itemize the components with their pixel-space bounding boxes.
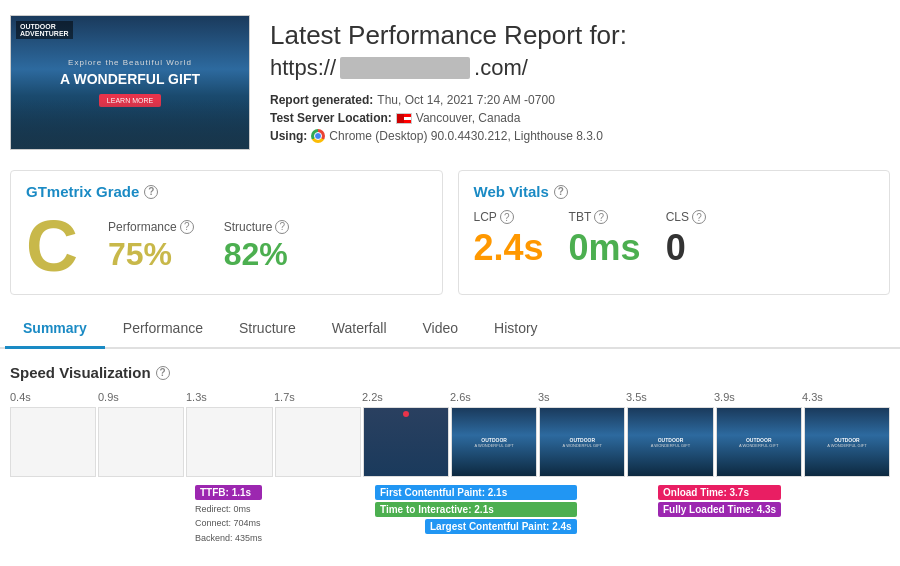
frame-8: OUTDOOR A WONDERFUL GIFT [716,407,802,477]
frame-title-text-2: A WONDERFUL GIFT [563,443,602,448]
cls-item: CLS ? 0 [666,210,706,269]
url-blurred [340,57,470,79]
site-tagline: Explore the Beautiful World [68,58,192,67]
backend-detail: Backend: 435ms [195,531,262,545]
report-url: https:// .com/ [270,55,890,81]
ttfb-group: TTFB: 1.1s Redirect: 0ms Connect: 704ms … [195,485,262,545]
label-7: 3.5s [626,391,714,403]
web-vitals-title: Web Vitals ? [474,183,875,200]
meta-using: Using: Chrome (Desktop) 90.0.4430.212, L… [270,129,890,143]
report-header: Latest Performance Report for: https:// … [270,15,890,150]
lcp-label-text: LCP [474,210,497,224]
tab-performance[interactable]: Performance [105,310,221,349]
frame-title-text-4: A WONDERFUL GIFT [739,443,778,448]
content-section: Speed Visualization ? 0.4s 0.9s 1.3s 1.7… [0,349,900,566]
speed-viz-timeline: 0.4s 0.9s 1.3s 1.7s 2.2s 2.6s 3s 3.5s 3.… [10,391,890,566]
fcp-group: First Contentful Paint: 2.1s Time to Int… [375,485,577,534]
ttfb-annotation: TTFB: 1.1s [195,485,262,500]
tab-history[interactable]: History [476,310,556,349]
annotations-area: TTFB: 1.1s Redirect: 0ms Connect: 704ms … [10,485,890,566]
frame-6: OUTDOOR A WONDERFUL GIFT [539,407,625,477]
grades-section: GTmetrix Grade ? C Performance ? 75% Str… [0,160,900,305]
server-value: Vancouver, Canada [416,111,521,125]
web-vitals-title-text: Web Vitals [474,183,549,200]
label-6: 3s [538,391,626,403]
connect-detail: Connect: 704ms [195,516,262,530]
lcp-value: 2.4s [474,227,544,269]
chrome-icon [311,129,325,143]
speed-viz-help-icon[interactable]: ? [156,366,170,380]
performance-help-icon[interactable]: ? [180,220,194,234]
tabs-section: Summary Performance Structure Waterfall … [0,310,900,349]
onload-annotation: Onload Time: 3.7s [658,485,781,500]
label-1: 0.9s [98,391,186,403]
onload-group: Onload Time: 3.7s Fully Loaded Time: 4.3… [658,485,781,517]
frame-content-5: OUTDOOR A WONDERFUL GIFT [805,408,889,476]
performance-metric: Performance ? 75% [108,220,194,273]
structure-label: Structure ? [224,220,290,234]
tbt-value: 0ms [569,227,641,269]
report-title: Latest Performance Report for: [270,20,890,51]
cls-value: 0 [666,227,706,269]
label-8: 3.9s [714,391,802,403]
generated-value: Thu, Oct 14, 2021 7:20 AM -0700 [377,93,554,107]
label-2: 1.3s [186,391,274,403]
structure-help-icon[interactable]: ? [275,220,289,234]
tab-waterfall[interactable]: Waterfall [314,310,405,349]
web-vitals-content: LCP ? 2.4s TBT ? 0ms CLS ? 0 [474,210,875,269]
timeline-frames: OUTDOOR A WONDERFUL GIFT OUTDOOR A WONDE… [10,407,890,477]
meta-server: Test Server Location: Vancouver, Canada [270,111,890,125]
label-0: 0.4s [10,391,98,403]
lcp-annotation: Largest Contentful Paint: 2.4s [425,519,577,534]
tti-annotation: Time to Interactive: 2.1s [375,502,577,517]
report-meta: Report generated: Thu, Oct 14, 2021 7:20… [270,93,890,143]
lcp-label: LCP ? [474,210,544,224]
gtmetrix-title: GTmetrix Grade ? [26,183,427,200]
server-label: Test Server Location: [270,111,392,125]
speed-viz-title-text: Speed Visualization [10,364,151,381]
structure-metric: Structure ? 82% [224,220,290,273]
frame-content: OUTDOOR A WONDERFUL GIFT [452,408,536,476]
frame-2 [186,407,272,477]
tab-video[interactable]: Video [405,310,477,349]
tbt-item: TBT ? 0ms [569,210,641,269]
canada-flag-icon [396,113,412,124]
tabs: Summary Performance Structure Waterfall … [5,310,895,347]
gtmetrix-title-text: GTmetrix Grade [26,183,139,200]
redirect-detail: Redirect: 0ms [195,502,262,516]
structure-value: 82% [224,236,290,273]
frame-content-3: OUTDOOR A WONDERFUL GIFT [628,408,712,476]
tab-summary[interactable]: Summary [5,310,105,349]
structure-label-text: Structure [224,220,273,234]
tbt-label: TBT ? [569,210,641,224]
tbt-help-icon[interactable]: ? [594,210,608,224]
frame-title-text: A WONDERFUL GIFT [474,443,513,448]
frame-0 [10,407,96,477]
url-prefix: https:// [270,55,336,81]
frame-title-text-5: A WONDERFUL GIFT [827,443,866,448]
label-4: 2.2s [362,391,450,403]
frame-9: OUTDOOR A WONDERFUL GIFT [804,407,890,477]
using-label: Using: [270,129,307,143]
cls-help-icon[interactable]: ? [692,210,706,224]
frame-1 [98,407,184,477]
label-3: 1.7s [274,391,362,403]
performance-label-text: Performance [108,220,177,234]
frame-content-2: OUTDOOR A WONDERFUL GIFT [540,408,624,476]
tab-structure[interactable]: Structure [221,310,314,349]
lcp-help-icon[interactable]: ? [500,210,514,224]
website-screenshot: OUTDOORADVENTURER Explore the Beautiful … [10,15,250,150]
frame-indicator [403,411,409,417]
frame-title-text-3: A WONDERFUL GIFT [651,443,690,448]
frame-4 [363,407,449,477]
mountain-overlay [11,99,249,149]
grade-letter: C [26,210,78,282]
meta-generated: Report generated: Thu, Oct 14, 2021 7:20… [270,93,890,107]
lcp-item: LCP ? 2.4s [474,210,544,269]
site-logo: OUTDOORADVENTURER [16,21,73,39]
label-5: 2.6s [450,391,538,403]
web-vitals-help-icon[interactable]: ? [554,185,568,199]
cls-label: CLS ? [666,210,706,224]
gtmetrix-help-icon[interactable]: ? [144,185,158,199]
cls-label-text: CLS [666,210,689,224]
